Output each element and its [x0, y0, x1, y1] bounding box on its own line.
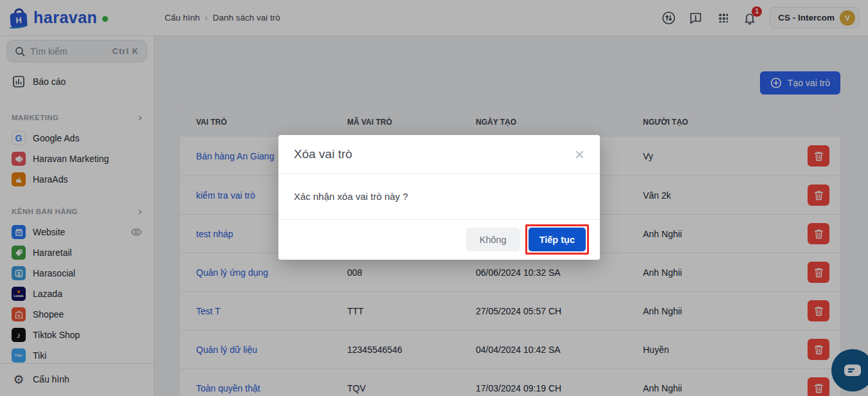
modal-title: Xóa vai trò	[294, 147, 352, 161]
close-icon[interactable]: ×	[575, 146, 584, 163]
cancel-button[interactable]: Không	[466, 228, 520, 251]
confirm-button[interactable]: Tiếp tục	[529, 228, 586, 251]
modal-message: Xác nhận xóa vai trò này ?	[294, 191, 408, 202]
click-target-annotation: Tiếp tục	[525, 224, 589, 255]
delete-role-modal: Xóa vai trò × Xác nhận xóa vai trò này ?…	[278, 135, 600, 260]
